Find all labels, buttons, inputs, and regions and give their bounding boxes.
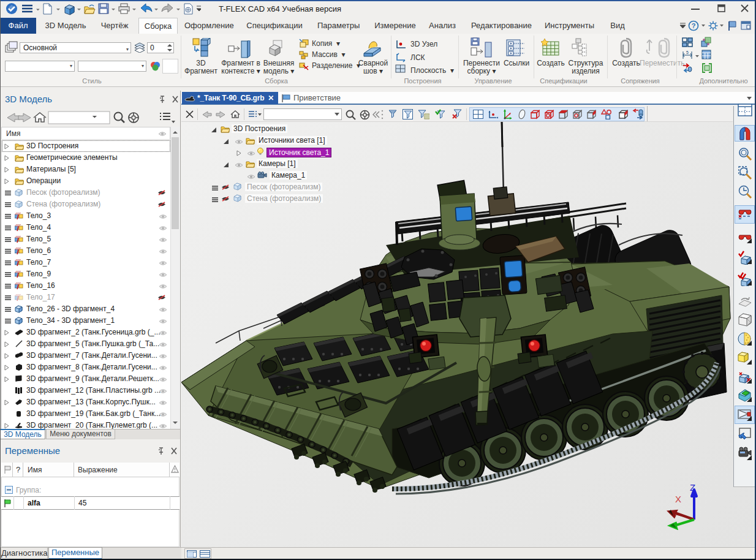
svg-text:5: 5 (686, 50, 689, 55)
svg-text:?: ? (692, 22, 696, 29)
svg-text:X: X (675, 494, 681, 504)
